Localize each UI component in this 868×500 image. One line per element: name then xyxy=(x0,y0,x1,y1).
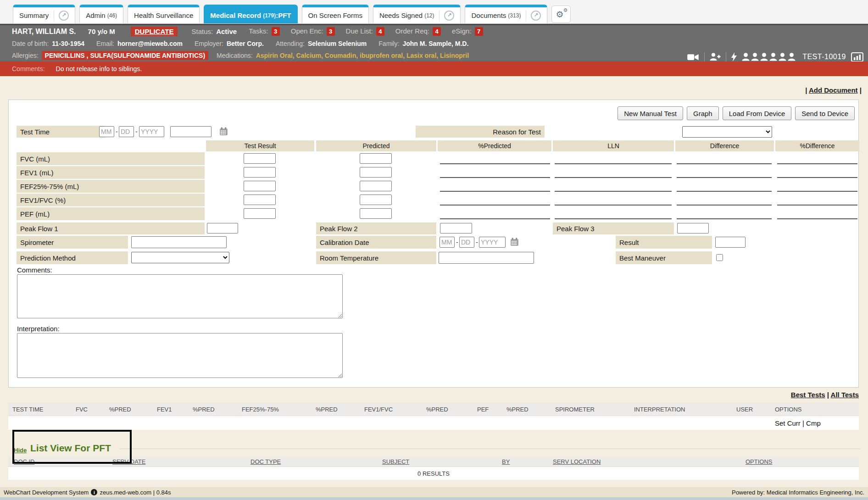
spirometer-input[interactable] xyxy=(131,236,227,248)
info-icon[interactable]: i xyxy=(91,489,97,495)
medications-value[interactable]: Aspirin Oral, Calcium, Coumadin, ibuprof… xyxy=(256,52,469,59)
add-person-icon[interactable] xyxy=(710,53,721,61)
tests-header-fev1-fvc-7: FEV1/FVC xyxy=(364,406,393,413)
tab-summary[interactable]: Summary↗ xyxy=(13,5,75,23)
all-tests-link[interactable]: All Tests xyxy=(831,391,859,399)
pef-ml-lln-line xyxy=(555,207,672,219)
load-from-device-button[interactable]: Load From Device xyxy=(723,106,792,120)
tab-label: Summary xyxy=(19,11,49,19)
fev1-fvc-percent-predicted-line xyxy=(440,194,550,206)
interpretation-textarea[interactable] xyxy=(17,333,343,378)
test-time-month-input[interactable] xyxy=(99,126,114,137)
duplicate-flag[interactable]: DUPLICATE xyxy=(131,27,178,36)
fvc-ml-test-result-input[interactable] xyxy=(244,153,276,164)
best-tests-link[interactable]: Best Tests xyxy=(791,391,825,399)
hide-link[interactable]: Hide xyxy=(14,447,27,454)
row-label-fvc-ml: FVC (mL) xyxy=(17,152,205,165)
doc-header-serv-location[interactable]: SERV LOCATION xyxy=(553,458,601,465)
tab-label: Admin xyxy=(86,11,106,19)
settings-gear-button[interactable]: ⚙ ⚙ xyxy=(551,6,571,23)
external-link-icon[interactable]: ↗ xyxy=(531,11,541,21)
tab-health-surveillance[interactable]: Health Surveillance xyxy=(128,5,200,23)
person-icon xyxy=(742,53,750,61)
email-value: horner@mieweb.com xyxy=(117,40,183,47)
column-header-predicted: %Predicted xyxy=(438,140,551,151)
best-maneuver-checkbox[interactable] xyxy=(716,254,723,261)
open-enc-badge[interactable]: 3 xyxy=(327,27,335,36)
order-req-badge[interactable]: 4 xyxy=(433,27,441,36)
lightning-icon[interactable] xyxy=(731,52,737,61)
prediction-method-select[interactable] xyxy=(131,252,229,263)
status-value: Active xyxy=(216,28,237,35)
doc-header-by[interactable]: BY xyxy=(502,458,510,465)
doc-header-serv-date[interactable]: SERV DATE xyxy=(112,458,145,465)
list-view-header: Hide List View For PFT xyxy=(0,439,868,457)
new-manual-test-button[interactable]: New Manual Test xyxy=(618,106,683,120)
peak-flow-3-input[interactable] xyxy=(677,223,709,233)
fvc-ml-predicted-input[interactable] xyxy=(360,153,392,164)
patient-comments-bar: Comments: Do not release info to sibling… xyxy=(0,61,868,76)
room-temperature-input[interactable] xyxy=(439,252,534,264)
test-time-day-input[interactable] xyxy=(119,126,134,137)
fev1-fvc-lln-line xyxy=(555,194,672,206)
calendar-icon[interactable] xyxy=(219,127,228,136)
reason-for-test-select[interactable] xyxy=(682,126,772,138)
tasks-badge[interactable]: 3 xyxy=(272,27,280,36)
fef25-75-ml-percent-difference-line xyxy=(777,180,857,192)
doc-header-subject[interactable]: SUBJECT xyxy=(382,458,409,465)
patient-header-bar: HART, WILLIAM S. 70 y/o M DUPLICATE Stat… xyxy=(0,24,868,61)
tab-suffix: :PFT xyxy=(276,11,291,19)
external-link-icon[interactable]: ↗ xyxy=(444,11,454,21)
fef25-75-ml-predicted-input[interactable] xyxy=(360,181,392,191)
list-view-title: List View For PFT xyxy=(30,443,111,454)
send-to-device-button[interactable]: Send to Device xyxy=(795,106,855,120)
fev1-ml-predicted-input[interactable] xyxy=(360,167,392,178)
result-input[interactable] xyxy=(715,237,746,248)
row-label-fef25-75-ml: FEF25%-75% (mL) xyxy=(17,180,205,193)
test-time-label: Test Time xyxy=(17,126,106,138)
video-camera-icon[interactable] xyxy=(687,53,699,61)
add-document-link[interactable]: Add Document xyxy=(809,86,858,94)
patient-group-icons[interactable] xyxy=(742,53,796,61)
esign-badge[interactable]: 7 xyxy=(475,27,483,36)
doc-header-doc-id[interactable]: DOC ID xyxy=(14,458,35,465)
pef-ml-predicted-input[interactable] xyxy=(360,208,392,219)
tests-header-pred-4: %PRED xyxy=(193,406,215,413)
peak-flow-1-input[interactable] xyxy=(207,223,238,233)
pef-ml-percent-predicted-line xyxy=(440,207,550,219)
calibration-day-input[interactable] xyxy=(459,237,474,248)
tab-documents[interactable]: Documents(313)↗ xyxy=(465,5,547,23)
graph-button[interactable]: Graph xyxy=(687,106,719,120)
doc-header-options[interactable]: OPTIONS xyxy=(746,458,773,465)
fef25-75-ml-test-result-input[interactable] xyxy=(244,181,276,191)
allergies-label: Allergies: xyxy=(12,52,39,59)
set-curr-cmp-links[interactable]: Set Curr | Cmp xyxy=(775,419,821,427)
tab-medical-record[interactable]: Medical Record(179):PFT xyxy=(204,5,297,23)
due-list-badge[interactable]: 4 xyxy=(376,27,384,36)
tests-table-header: TEST TIMEFVC%PREDFEV1%PREDFEF25%-75%%PRE… xyxy=(8,403,859,416)
external-link-icon[interactable]: ↗ xyxy=(59,11,69,21)
tab-label: Health Surveillance xyxy=(134,11,193,19)
tab-admin[interactable]: Admin(46) xyxy=(79,5,123,23)
allergies-value[interactable]: PENICILLINS , SULFA(SULFONAMIDE ANTIBIOT… xyxy=(42,51,208,60)
tests-header-user-13: USER xyxy=(736,406,753,413)
calibration-month-input[interactable] xyxy=(440,237,455,248)
calibration-year-input[interactable] xyxy=(479,237,506,248)
form-comments-textarea[interactable] xyxy=(17,274,343,318)
test-time-year-input[interactable] xyxy=(139,126,164,137)
pef-ml-test-result-input[interactable] xyxy=(244,208,276,219)
fev1-fvc-test-result-input[interactable] xyxy=(244,194,276,205)
tab-count: (46) xyxy=(107,12,117,19)
row-label-pef-ml: PEF (mL) xyxy=(17,207,205,220)
peak-flow-2-input[interactable] xyxy=(440,223,472,233)
chart-icon[interactable] xyxy=(851,52,863,62)
person-icon xyxy=(779,53,786,61)
test-time-time-input[interactable] xyxy=(170,126,211,137)
footer-system: WebChart Development System xyxy=(4,489,89,496)
fev1-ml-test-result-input[interactable] xyxy=(244,167,276,178)
tab-needs-signed[interactable]: Needs Signed(12)↗ xyxy=(373,5,461,23)
tab-on-screen-forms[interactable]: On Screen Forms xyxy=(302,5,369,23)
calendar-icon[interactable] xyxy=(510,237,519,247)
fev1-fvc-predicted-input[interactable] xyxy=(360,194,392,205)
doc-header-doc-type[interactable]: DOC TYPE xyxy=(250,458,281,465)
